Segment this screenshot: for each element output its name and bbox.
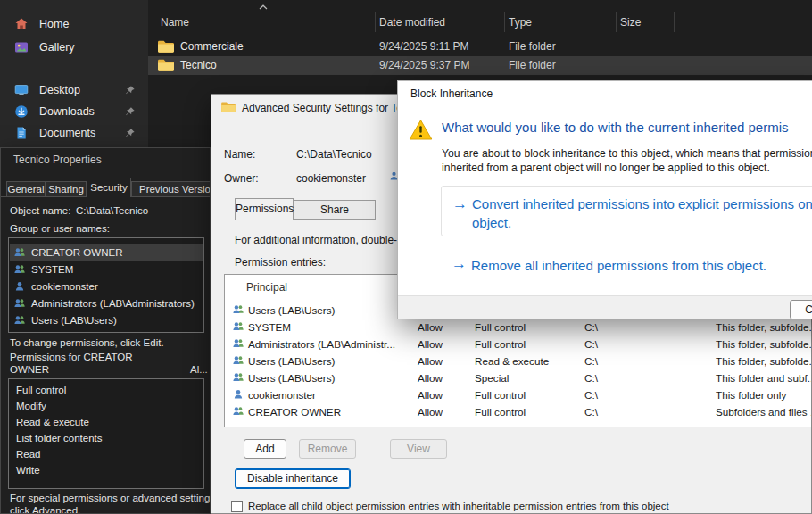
group-list-item[interactable]: cookiemonster (10, 278, 203, 294)
tab-previous-versions[interactable]: Previous Versions (131, 181, 211, 197)
entry-applies-to: This folder only (716, 389, 786, 401)
option-convert-permissions[interactable]: → Convert inherited permissions into exp… (441, 186, 812, 236)
dialog-footer: Cancel (398, 295, 812, 319)
warning-triangle-icon (409, 119, 433, 141)
group-name: SYSTEM (31, 264, 73, 275)
special-permissions-hint: For special permissions or advanced sett… (10, 493, 211, 503)
permission-entries-label: Permission entries: (235, 256, 326, 269)
sidebar-item-desktop[interactable]: Desktop (4, 79, 145, 102)
entry-principal: Users (LAB\Users) (248, 304, 335, 316)
group-icon (13, 314, 26, 327)
cancel-button[interactable]: Cancel (790, 300, 812, 319)
permissions-for-label: Permissions for CREATOR (10, 352, 133, 362)
permission-entry-row[interactable]: CREATOR OWNER Allow Full control C:\ Sub… (225, 403, 811, 420)
tab-share[interactable]: Share (294, 200, 376, 220)
group-list-item[interactable]: Administrators (LAB\Administrators) (10, 294, 203, 311)
sidebar-item-downloads[interactable]: Downloads (4, 100, 145, 123)
entry-principal: Users (LAB\Users) (248, 372, 335, 384)
column-separator[interactable] (504, 12, 505, 32)
dialog-body-text: inherited from a parent object will no l… (442, 162, 770, 174)
entry-type: Allow (418, 338, 443, 350)
file-row-commerciale[interactable]: Commerciale 9/24/2025 9:11 PM File folde… (148, 37, 812, 56)
column-header-date-modified[interactable]: Date modified (379, 16, 445, 29)
name-label: Name: (224, 148, 255, 161)
column-header-name[interactable]: Name (161, 16, 189, 29)
sidebar-item-label: Downloads (39, 105, 95, 118)
remove-button[interactable]: Remove (299, 439, 356, 459)
sidebar-item-label: Home (39, 18, 69, 30)
entry-principal: Users (LAB\Users) (248, 355, 335, 367)
dialog-title: Advanced Security Settings for Te (242, 102, 402, 114)
permission-item[interactable]: Full control (16, 385, 66, 395)
entry-inherited-from: C:\ (584, 321, 598, 333)
disable-inheritance-button[interactable]: Disable inheritance (235, 468, 351, 489)
sidebar-item-gallery[interactable]: Gallery (4, 36, 145, 59)
sidebar-item-home[interactable]: Home (4, 12, 145, 36)
column-separator[interactable] (674, 12, 675, 32)
home-icon (14, 17, 29, 31)
screen: Home Gallery Desktop Downloads Documents… (0, 0, 812, 514)
entry-inherited-from: C:\ (584, 406, 598, 418)
arrow-right-icon: → (452, 195, 468, 213)
permission-entry-row[interactable]: Users (LAB\Users) Allow Read & execute C… (225, 352, 811, 369)
column-separator[interactable] (375, 12, 376, 32)
group-icon (13, 263, 26, 276)
entry-inherited-from: C:\ (584, 338, 598, 350)
tab-general[interactable]: General (6, 181, 46, 197)
group-name: Administrators (LAB\Administrators) (31, 298, 195, 309)
group-list-item[interactable]: Users (LAB\Users) (10, 311, 203, 328)
column-separator[interactable] (616, 12, 617, 32)
group-icon (232, 337, 244, 350)
entry-inherited-from: C:\ (584, 355, 598, 367)
entry-access: Full control (475, 321, 526, 333)
column-header-type[interactable]: Type (509, 16, 532, 29)
file-date-modified: 9/24/2025 9:37 PM (379, 59, 469, 71)
tab-security[interactable]: Security (87, 178, 131, 197)
file-row-tecnico[interactable]: Tecnico 9/24/2025 9:37 PM File folder (148, 56, 812, 75)
object-name-label: Object name: (10, 205, 70, 216)
permission-entry-row[interactable]: SYSTEM Allow Full control C:\ This folde… (225, 319, 811, 336)
group-list-item[interactable]: SYSTEM (10, 261, 203, 278)
permission-entry-row[interactable]: Users (LAB\Users) Allow Special C:\ This… (225, 369, 811, 386)
file-name: Tecnico (180, 59, 217, 71)
entry-inherited-from: C:\ (584, 389, 598, 401)
sidebar-item-documents[interactable]: Documents (4, 121, 145, 145)
entry-type: Allow (418, 372, 443, 384)
entry-access: Special (475, 372, 509, 384)
group-icon (232, 371, 244, 384)
owner-label: Owner: (224, 172, 259, 185)
permission-entry-row[interactable]: Administrators (LAB\Administr... Allow F… (225, 336, 811, 352)
sidebar-item-label: Desktop (39, 84, 80, 96)
entry-access: Full control (475, 389, 526, 401)
permission-entry-row[interactable]: cookiemonster Allow Full control C:\ Thi… (225, 386, 811, 403)
column-header-size[interactable]: Size (620, 16, 641, 29)
entry-type: Allow (418, 355, 443, 367)
downloads-icon (14, 104, 29, 119)
entry-access: Read & execute (475, 355, 549, 367)
permission-item[interactable]: Write (16, 465, 40, 476)
column-header-principal[interactable]: Principal (246, 281, 287, 294)
file-name: Commerciale (180, 40, 244, 53)
owner-value: cookiemonster (296, 172, 366, 185)
entry-applies-to: This folder, subfolde... (716, 338, 812, 350)
permission-item[interactable]: List folder contents (16, 433, 103, 444)
option-convert-label: Convert inherited permissions into expli… (472, 195, 812, 232)
replace-checkbox[interactable] (231, 501, 243, 512)
permission-item[interactable]: Read (16, 449, 41, 460)
group-list-item[interactable]: CREATOR OWNER (10, 244, 203, 261)
tab-permissions[interactable]: Permissions (235, 198, 294, 220)
option-remove-permissions[interactable]: → Remove all inherited permissions from … (441, 249, 812, 276)
file-type: File folder (509, 40, 556, 53)
permission-item[interactable]: Read & execute (16, 417, 89, 427)
replace-checkbox-label: Replace all child object permission entr… (248, 501, 669, 511)
entry-type: Allow (418, 406, 443, 418)
view-button[interactable]: View (390, 439, 447, 459)
permission-item[interactable]: Modify (16, 401, 46, 411)
column-header-row: Name Date modified Type Size (148, 11, 812, 34)
sort-ascending-icon[interactable] (259, 4, 268, 10)
tab-sharing[interactable]: Sharing (46, 181, 87, 197)
entry-applies-to: This folder, subfolde... (716, 355, 812, 367)
entry-type: Allow (418, 321, 443, 333)
entry-type: Allow (418, 389, 443, 401)
add-button[interactable]: Add (244, 439, 286, 459)
